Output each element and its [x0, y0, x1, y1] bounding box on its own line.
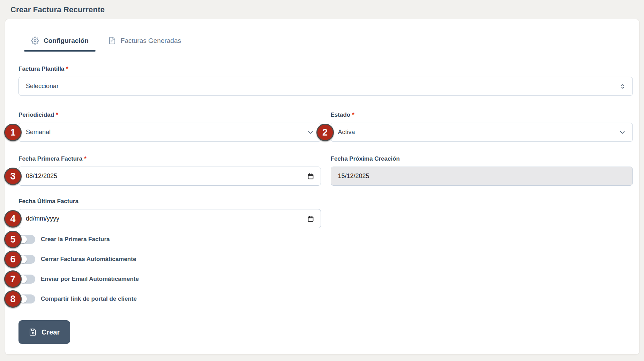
toggle-row-enviar-email: 7 Enviar por Email Automáticamente: [18, 271, 633, 287]
annotation-badge-1: 1: [4, 124, 22, 141]
fecha-ultima-factura-field: Fecha Última Factura 4 dd/mm/yyyy: [18, 198, 321, 228]
fecha-primera-factura-value: 08/12/2025: [26, 172, 307, 180]
factura-plantilla-value: Seleccionar: [26, 83, 619, 90]
fecha-ultima-factura-label: Fecha Última Factura: [18, 198, 321, 205]
tab-facturas-generadas[interactable]: Facturas Generadas: [101, 34, 188, 51]
calendar-icon[interactable]: [307, 172, 314, 180]
chevron-down-icon: [307, 129, 314, 136]
estado-field: Estado* 2 Activa: [331, 111, 633, 142]
fecha-proxima-creacion-input: 15/12/2025: [331, 167, 633, 186]
fecha-ultima-factura-placeholder: dd/mm/yyyy: [26, 215, 307, 222]
save-icon: [29, 328, 37, 336]
fecha-ultima-factura-input[interactable]: 4 dd/mm/yyyy: [18, 209, 321, 228]
annotation-badge-3: 3: [4, 168, 22, 185]
toggle-row-compartir-link: 8 Compartir link de portal de cliente: [18, 291, 633, 307]
tab-configuracion[interactable]: Configuración: [24, 34, 96, 51]
toggle-options: 5 Crear la Primera Factura 6 Cerrar Fact…: [18, 231, 633, 307]
tab-configuracion-label: Configuración: [44, 37, 89, 45]
chevron-down-icon: [619, 129, 626, 136]
periodicidad-field: Periodicidad* 1 Semanal: [18, 111, 321, 142]
toggle-row-crear-primera-factura: 5 Crear la Primera Factura: [18, 231, 633, 248]
estado-select[interactable]: 2 Activa: [331, 123, 633, 142]
recurring-invoice-form: Factura Plantilla* Seleccionar Periodici…: [18, 65, 633, 344]
factura-plantilla-select[interactable]: Seleccionar: [18, 77, 633, 96]
estado-label: Estado*: [331, 111, 633, 118]
toggle-row-cerrar-facturas: 6 Cerrar Facturas Automáticamente: [18, 251, 633, 268]
fecha-proxima-creacion-label: Fecha Próxima Creación: [331, 155, 633, 162]
crear-primera-factura-label: Crear la Primera Factura: [41, 236, 110, 243]
tab-facturas-generadas-label: Facturas Generadas: [121, 37, 181, 45]
chevron-up-down-icon: [619, 82, 626, 91]
annotation-badge-6: 6: [4, 251, 22, 268]
annotation-badge-7: 7: [4, 270, 22, 288]
gear-icon: [31, 37, 39, 45]
required-asterisk: *: [56, 112, 58, 118]
calendar-icon[interactable]: [307, 215, 314, 223]
fecha-proxima-creacion-value: 15/12/2025: [338, 172, 627, 180]
compartir-link-label: Compartir link de portal de cliente: [41, 295, 137, 302]
annotation-badge-2: 2: [316, 124, 334, 141]
factura-plantilla-label: Factura Plantilla*: [18, 65, 633, 72]
periodicidad-value: Semanal: [26, 129, 307, 136]
annotation-badge-5: 5: [4, 231, 22, 248]
tab-bar: Configuración Facturas Generadas: [18, 34, 633, 51]
crear-button-label: Crear: [42, 328, 60, 336]
annotation-badge-8: 8: [4, 290, 22, 308]
document-icon: [108, 37, 116, 45]
crear-button[interactable]: Crear: [18, 320, 70, 344]
fecha-primera-factura-label: Fecha Primera Factura*: [18, 155, 321, 162]
factura-plantilla-field: Factura Plantilla* Seleccionar: [18, 65, 633, 96]
periodicidad-select[interactable]: 1 Semanal: [18, 123, 321, 142]
estado-value: Activa: [338, 129, 619, 136]
page-title: Crear Factura Recurrente: [0, 0, 644, 14]
recurring-invoice-card: Configuración Facturas Generadas Factu: [5, 19, 639, 355]
enviar-email-label: Enviar por Email Automáticamente: [41, 276, 139, 283]
annotation-badge-4: 4: [4, 210, 22, 228]
required-asterisk: *: [84, 155, 87, 162]
required-asterisk: *: [352, 112, 354, 118]
required-asterisk: *: [66, 66, 68, 72]
cerrar-facturas-label: Cerrar Facturas Automáticamente: [41, 256, 136, 263]
periodicidad-label: Periodicidad*: [18, 111, 321, 118]
fecha-proxima-creacion-field: Fecha Próxima Creación 15/12/2025: [331, 155, 633, 186]
fecha-primera-factura-input[interactable]: 3 08/12/2025: [18, 167, 321, 186]
fecha-primera-factura-field: Fecha Primera Factura* 3 08/12/2025: [18, 155, 321, 186]
